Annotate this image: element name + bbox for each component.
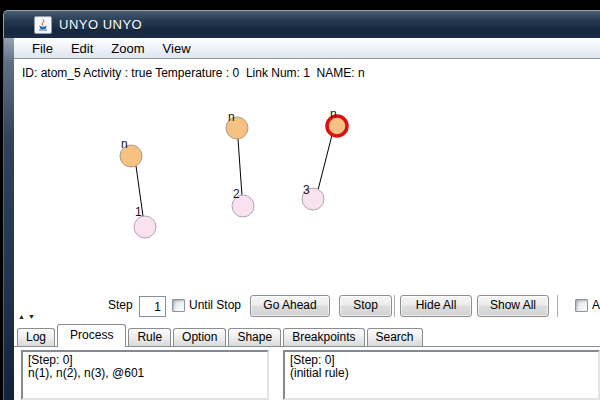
step-label: Step xyxy=(108,298,133,313)
go-ahead-button[interactable]: Go Ahead xyxy=(250,295,330,317)
right-panel-rule: (initial rule) xyxy=(290,366,349,380)
show-all-button[interactable]: Show All xyxy=(477,295,549,317)
until-stop-checkbox[interactable] xyxy=(172,299,185,312)
toolbar-separator xyxy=(394,295,396,317)
titlebar[interactable]: UNYO UNYO xyxy=(3,10,600,38)
step-input[interactable] xyxy=(139,296,166,317)
tab-process[interactable]: Process xyxy=(57,324,126,347)
applied-rule-panel[interactable]: [Step: 0](initial rule) xyxy=(283,350,600,400)
tab-breakpoints[interactable]: Breakpoints xyxy=(283,328,364,346)
tab-rule[interactable]: Rule xyxy=(128,328,171,346)
tabbar: Log Process Rule Option Shape Breakpoint… xyxy=(14,324,600,347)
collapse-arrow-icon[interactable]: ▲ xyxy=(18,313,28,320)
expand-arrow-icon[interactable]: ▼ xyxy=(28,313,38,320)
right-panel-step: [Step: 0] xyxy=(290,353,335,367)
left-panel-step: [Step: 0] xyxy=(28,353,73,367)
tab-log[interactable]: Log xyxy=(17,328,55,346)
tab-search[interactable]: Search xyxy=(367,328,423,346)
window-title: UNYO UNYO xyxy=(59,17,142,32)
menu-file[interactable]: File xyxy=(23,40,62,57)
menu-view[interactable]: View xyxy=(154,40,200,57)
menu-zoom[interactable]: Zoom xyxy=(102,40,153,57)
atom-info-text: ID: atom_5 Activity : true Temperature :… xyxy=(22,66,365,80)
stop-button[interactable]: Stop xyxy=(339,295,392,317)
tab-option[interactable]: Option xyxy=(173,328,226,346)
always-label: Alw xyxy=(592,298,600,313)
until-stop-label: Until Stop xyxy=(189,298,241,313)
always-checkbox[interactable] xyxy=(575,299,588,312)
splitpane-divider[interactable]: ▲▼ xyxy=(18,313,38,320)
window-frame-left xyxy=(3,38,14,400)
tab-shape[interactable]: Shape xyxy=(228,328,281,346)
hide-all-button[interactable]: Hide All xyxy=(400,295,472,317)
canvas-pane xyxy=(14,59,600,400)
left-panel-membrane: n(1), n(2), n(3), @601 xyxy=(28,366,144,380)
java-cup-icon xyxy=(34,16,52,34)
toolbar-separator xyxy=(557,295,559,317)
menu-edit[interactable]: Edit xyxy=(62,40,102,57)
process-state-panel[interactable]: [Step: 0]n(1), n(2), n(3), @601 xyxy=(21,350,269,400)
menubar: File Edit Zoom View xyxy=(14,38,600,59)
unyo-window: UNYO UNYO File Edit Zoom View ID: atom_5… xyxy=(0,0,600,400)
